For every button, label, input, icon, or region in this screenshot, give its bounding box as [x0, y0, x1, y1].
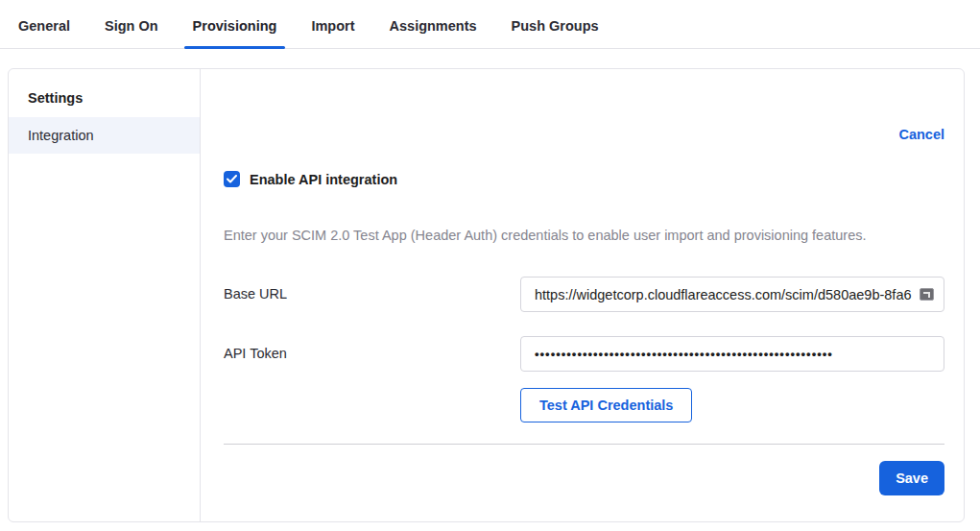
tab-push-groups[interactable]: Push Groups [503, 3, 608, 48]
integration-form: Cancel Enable API integration Enter your… [201, 69, 966, 521]
base-url-row: Base URL [224, 277, 944, 312]
footer-divider [224, 444, 944, 445]
tab-provisioning[interactable]: Provisioning [184, 3, 286, 48]
api-token-row: API Token [224, 336, 944, 372]
api-token-label: API Token [224, 336, 520, 361]
cancel-button[interactable]: Cancel [898, 127, 944, 142]
tab-assignments[interactable]: Assignments [381, 3, 486, 48]
base-url-label: Base URL [224, 277, 520, 302]
test-api-credentials-button[interactable]: Test API Credentials [520, 388, 692, 422]
sidebar-item-integration[interactable]: Integration [9, 117, 200, 154]
enable-api-integration-checkbox[interactable] [224, 171, 240, 187]
base-url-input[interactable] [520, 277, 944, 312]
app-tab-bar: General Sign On Provisioning Import Assi… [0, 0, 980, 49]
provisioning-panel: Settings Integration Cancel Enable API i… [8, 68, 965, 522]
tab-import[interactable]: Import [302, 3, 363, 48]
tab-sign-on[interactable]: Sign On [96, 3, 167, 48]
checkmark-icon [227, 175, 237, 183]
enable-api-integration-label: Enable API integration [250, 172, 397, 187]
api-token-input[interactable] [520, 336, 944, 372]
tab-general[interactable]: General [10, 3, 79, 48]
credentials-description: Enter your SCIM 2.0 Test App (Header Aut… [224, 228, 944, 243]
settings-sidebar: Settings Integration [9, 69, 201, 521]
sidebar-heading: Settings [9, 81, 200, 117]
save-button[interactable]: Save [879, 461, 944, 495]
